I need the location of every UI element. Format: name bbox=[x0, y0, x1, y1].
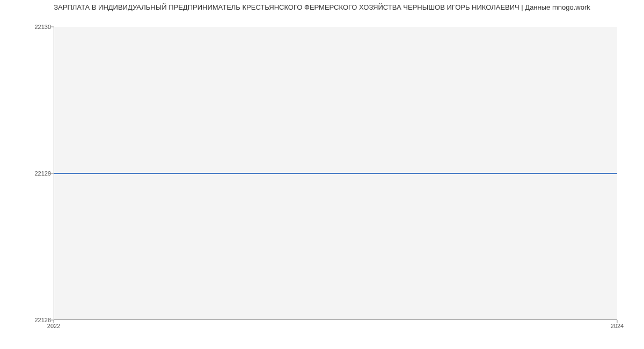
salary-chart: ЗАРПЛАТА В ИНДИВИДУАЛЬНЫЙ ПРЕДПРИНИМАТЕЛ… bbox=[0, 0, 644, 349]
chart-title: ЗАРПЛАТА В ИНДИВИДУАЛЬНЫЙ ПРЕДПРИНИМАТЕЛ… bbox=[0, 3, 644, 11]
y-tick-label: 22130 bbox=[34, 24, 51, 30]
y-tick-label: 22129 bbox=[34, 170, 51, 177]
salary-series-line bbox=[54, 173, 617, 174]
x-tick-label: 2024 bbox=[611, 323, 624, 329]
y-tick-mark bbox=[51, 27, 54, 27]
x-tick-label: 2022 bbox=[47, 323, 60, 329]
